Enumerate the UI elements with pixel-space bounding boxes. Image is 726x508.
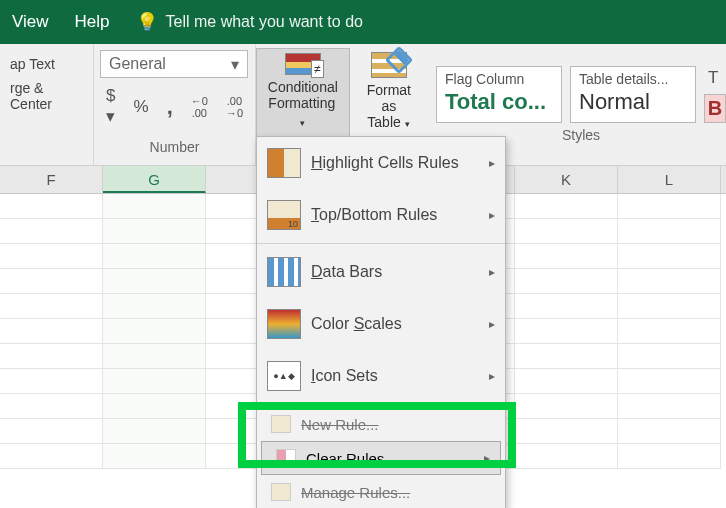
- cell[interactable]: [618, 244, 721, 269]
- conditional-formatting-icon: [285, 53, 321, 75]
- cell[interactable]: [103, 369, 206, 394]
- cell[interactable]: [515, 344, 618, 369]
- menu-color-scales[interactable]: Color Scales ▸: [257, 298, 505, 350]
- chevron-down-icon: ▾: [231, 55, 239, 74]
- cell[interactable]: [515, 419, 618, 444]
- menu-help[interactable]: Help: [75, 12, 110, 32]
- menu-highlight-cells-rules[interactable]: Highlight Cells Rules ▸: [257, 137, 505, 189]
- cell[interactable]: [618, 344, 721, 369]
- col-header-g[interactable]: G: [103, 166, 206, 193]
- cell[interactable]: [0, 319, 103, 344]
- group-number: General ▾ $ ▾ % , ←0.00 .00→0 Number: [94, 44, 256, 165]
- col-header-f[interactable]: F: [0, 166, 103, 193]
- chevron-right-icon: ▸: [489, 156, 495, 170]
- cell[interactable]: [103, 219, 206, 244]
- chevron-down-icon: ▾: [403, 119, 411, 129]
- data-bars-icon: [267, 257, 301, 287]
- cell[interactable]: [515, 194, 618, 219]
- cell[interactable]: [103, 319, 206, 344]
- app-menubar: View Help 💡 Tell me what you want to do: [0, 0, 726, 44]
- cell[interactable]: [618, 369, 721, 394]
- cell[interactable]: [103, 194, 206, 219]
- cell[interactable]: [0, 219, 103, 244]
- cell[interactable]: [103, 269, 206, 294]
- cell[interactable]: [618, 269, 721, 294]
- top-bottom-icon: [267, 200, 301, 230]
- menu-view[interactable]: View: [12, 12, 49, 32]
- chevron-right-icon: ▸: [489, 265, 495, 279]
- cell[interactable]: [103, 294, 206, 319]
- menu-separator: [257, 404, 505, 405]
- cell[interactable]: [515, 294, 618, 319]
- cell[interactable]: [103, 344, 206, 369]
- cell[interactable]: [103, 394, 206, 419]
- group-label-number: Number: [100, 139, 249, 155]
- cell[interactable]: [618, 419, 721, 444]
- conditional-formatting-menu: Highlight Cells Rules ▸ Top/Bottom Rules…: [256, 136, 506, 508]
- cell[interactable]: [618, 444, 721, 469]
- tell-me-label: Tell me what you want to do: [166, 13, 363, 31]
- cell[interactable]: [515, 369, 618, 394]
- cell-style-table-details[interactable]: Table details... Normal: [570, 66, 696, 123]
- chevron-down-icon: ▾: [300, 118, 305, 128]
- menu-icon-sets[interactable]: ●▲◆ Icon Sets ▸: [257, 350, 505, 402]
- cell-style-t[interactable]: T: [704, 66, 726, 90]
- wrap-text-button[interactable]: ap Text: [4, 52, 89, 76]
- cell[interactable]: [618, 294, 721, 319]
- menu-separator: [257, 243, 505, 244]
- icon-sets-icon: ●▲◆: [267, 361, 301, 391]
- cell[interactable]: [0, 394, 103, 419]
- menu-manage-rules[interactable]: Manage Rules...: [257, 475, 505, 508]
- cell[interactable]: [618, 394, 721, 419]
- merge-center-button[interactable]: rge & Center: [4, 76, 89, 116]
- cell[interactable]: [0, 194, 103, 219]
- menu-top-bottom-rules[interactable]: Top/Bottom Rules ▸: [257, 189, 505, 241]
- number-format-value: General: [109, 55, 166, 73]
- decrease-decimal-button[interactable]: ←0.00: [185, 93, 214, 121]
- chevron-right-icon: ▸: [489, 369, 495, 383]
- style-value: Total co...: [445, 89, 553, 115]
- cell[interactable]: [0, 444, 103, 469]
- percent-button[interactable]: %: [128, 95, 155, 119]
- menu-data-bars[interactable]: Data Bars ▸: [257, 246, 505, 298]
- format-as-table-icon: [371, 52, 407, 78]
- cell[interactable]: [0, 419, 103, 444]
- comma-button[interactable]: ,: [161, 92, 179, 122]
- style-title: Flag Column: [445, 71, 553, 87]
- tell-me-search[interactable]: 💡 Tell me what you want to do: [136, 11, 363, 33]
- cell-style-flag-column[interactable]: Flag Column Total co...: [436, 66, 562, 123]
- cell[interactable]: [515, 219, 618, 244]
- cell[interactable]: [618, 219, 721, 244]
- style-title: Table details...: [579, 71, 687, 87]
- highlight-cells-icon: [267, 148, 301, 178]
- cell[interactable]: [515, 244, 618, 269]
- cell[interactable]: [0, 369, 103, 394]
- chevron-right-icon: ▸: [484, 451, 490, 465]
- cell[interactable]: [0, 269, 103, 294]
- cell[interactable]: [618, 319, 721, 344]
- chevron-right-icon: ▸: [489, 208, 495, 222]
- conditional-formatting-button[interactable]: ConditionalFormatting ▾: [256, 48, 350, 138]
- cell[interactable]: [515, 394, 618, 419]
- format-as-table-button[interactable]: Format asTable ▾: [350, 48, 428, 138]
- cell[interactable]: [103, 419, 206, 444]
- currency-button[interactable]: $ ▾: [100, 84, 122, 129]
- menu-new-rule[interactable]: New Rule...: [257, 407, 505, 441]
- cell[interactable]: [515, 269, 618, 294]
- cell[interactable]: [0, 344, 103, 369]
- cell[interactable]: [618, 194, 721, 219]
- cell[interactable]: [103, 244, 206, 269]
- number-format-select[interactable]: General ▾: [100, 50, 248, 78]
- cell[interactable]: [515, 319, 618, 344]
- col-header-k[interactable]: K: [515, 166, 618, 193]
- color-scales-icon: [267, 309, 301, 339]
- cell[interactable]: [0, 244, 103, 269]
- style-value: Normal: [579, 89, 687, 115]
- col-header-l[interactable]: L: [618, 166, 721, 193]
- cell[interactable]: [0, 294, 103, 319]
- cell-style-b[interactable]: B: [704, 94, 726, 123]
- cell[interactable]: [103, 444, 206, 469]
- menu-clear-rules[interactable]: Clear Rules ▸: [261, 441, 501, 475]
- cell[interactable]: [515, 444, 618, 469]
- increase-decimal-button[interactable]: .00→0: [220, 93, 249, 121]
